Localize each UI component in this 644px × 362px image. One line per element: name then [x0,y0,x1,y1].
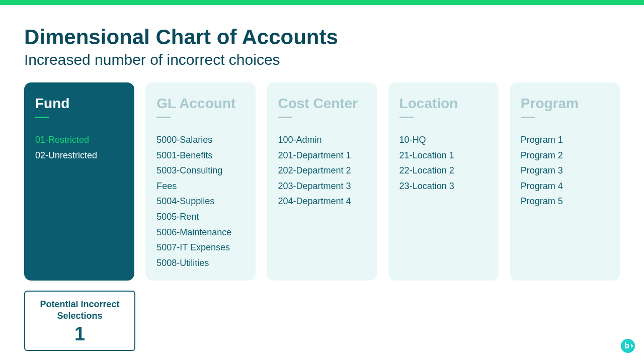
list-item: Program 5 [521,194,609,209]
panel-program: Program Program 1 Program 2 Program 3 Pr… [510,82,620,281]
list-item: 202-Department 2 [278,163,366,178]
list-item: 5007-IT Expenses [156,240,245,255]
list-item: 204-Department 4 [278,194,366,209]
list-item: Program 3 [521,163,609,178]
list-item: 5004-Supplies [156,194,245,209]
list-item: 201-Department 1 [278,148,366,163]
panel-title-gl-account: GL Account [156,96,245,112]
title-underline [399,117,414,118]
title-underline [278,117,292,118]
list-item: Program 1 [521,132,609,148]
page-subtitle: Increased number of incorrect choices [24,51,620,68]
list-item: 01-Restricted [35,132,123,148]
list-item: 02-Unrestricted [35,148,123,163]
panel-title-fund: Fund [35,96,123,112]
panel-cost-center: Cost Center 100-Admin 201-Department 1 2… [267,82,377,281]
title-underline [35,117,49,118]
title-underline [156,117,171,118]
list-item: 203-Department 3 [278,178,366,194]
badge-label: Potential Incorrect Selections [29,299,130,321]
panel-location: Location 10-HQ 21-Location 1 22-Location… [388,82,499,281]
list-item: 10-HQ [399,132,488,148]
list-item: 5000-Salaries [156,132,245,148]
panel-gl-account: GL Account 5000-Salaries 5001-Benefits 5… [145,82,256,281]
list-item: 21-Location 1 [399,148,488,163]
page-title: Dimensional Chart of Accounts [24,25,620,49]
list-item: 5003-Consulting Fees [156,163,245,194]
logo-glyph: b [624,341,629,350]
list-item: Program 4 [521,178,609,194]
brand-logo-icon: b [621,339,635,353]
panel-title-cost-center: Cost Center [278,96,366,112]
list-item: Program 2 [521,148,609,163]
list-item: 100-Admin [278,132,366,148]
list-item: 5008-Utilities [156,255,245,271]
incorrect-selections-badge: Potential Incorrect Selections 1 [24,291,135,351]
list-item: 22-Location 2 [399,163,488,178]
panel-title-location: Location [399,96,488,112]
panel-title-program: Program [521,96,609,112]
list-item: 5006-Maintenance [156,225,245,240]
top-accent-bar [0,0,644,5]
list-item: 5001-Benefits [156,148,245,163]
dimension-panels: Fund 01-Restricted 02-Unrestricted GL Ac… [24,82,620,281]
slide-content: Dimensional Chart of Accounts Increased … [0,5,644,351]
title-underline [521,117,535,118]
list-item: 23-Location 3 [399,178,488,194]
panel-fund: Fund 01-Restricted 02-Unrestricted [24,82,134,281]
list-item: 5005-Rent [156,209,245,225]
badge-value: 1 [29,323,130,345]
